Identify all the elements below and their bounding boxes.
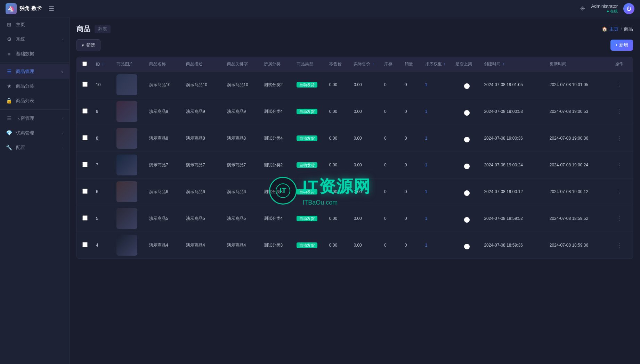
row-price: 0.00 [326,179,351,205]
row-online [453,179,481,205]
sidebar-item-coupon[interactable]: 💎 优惠管理 ‹ [0,126,69,140]
breadcrumb-home-link[interactable]: 主页 [609,26,618,32]
row-online [453,72,481,98]
sidebar-item-product-mgmt[interactable]: ☰ 商品管理 ∨ [0,64,69,79]
row-id: 4 [93,232,114,259]
th-sales: 销量 [402,57,422,72]
chevron-right-icon: ‹ [62,37,64,41]
more-actions-button[interactable]: ⋮ [615,241,623,250]
rank-link[interactable]: 1 [425,189,428,194]
toolbar-left: ▾ 筛选 [76,39,100,51]
logo-text: 独角 数卡 [19,5,42,12]
product-thumbnail [116,181,137,202]
th-name: 商品名称 [146,57,183,72]
row-desc: 演示商品8 [183,125,224,152]
row-keyword: 演示商品4 [224,232,261,259]
product-thumbnail [116,155,137,175]
th-keyword: 商品关键字 [224,57,261,72]
sort-actual-price-icon[interactable]: ↑ [372,62,374,66]
sort-id-icon[interactable]: ↑ [102,63,104,66]
th-actual-price: 实际售价 ↑ [351,57,381,72]
user-status: Administrator ● 在线 [591,3,618,14]
menu-toggle-button[interactable]: ☰ [46,3,57,14]
filter-label: 筛选 [86,42,95,48]
row-category: 测试分类4 [261,98,294,125]
row-sales: 0 [402,179,422,205]
table-header-row: ID ↑ 商品图片 商品名称 商品描述 商品关键字 所属分类 商品类型 零售价 … [77,57,633,72]
power-button[interactable]: ⏻ [623,3,634,14]
sidebar-product-cat-label: 商品分类 [16,83,34,89]
row-checkbox[interactable] [82,82,88,87]
more-actions-button[interactable]: ⋮ [615,188,623,196]
sidebar-item-product-cat[interactable]: ★ 商品分类 [0,79,69,93]
more-actions-button[interactable]: ⋮ [615,161,623,169]
sidebar-item-card-mgmt[interactable]: ☰ 卡密管理 ‹ [0,111,69,126]
chevron-right-icon-2: ‹ [62,116,64,121]
row-online [453,152,481,179]
product-type-tag: 自动发货 [297,242,317,248]
row-created-at: 2024-07-08 19:00:53 [481,98,546,125]
row-checkbox[interactable] [82,215,88,221]
row-created-at: 2024-07-08 19:01:05 [481,72,546,98]
rank-link[interactable]: 1 [425,216,428,221]
row-id: 9 [93,98,114,125]
th-category: 所属分类 [261,57,294,72]
sidebar-item-system[interactable]: ⚙ 系统 ‹ [0,32,69,47]
user-info: Administrator ● 在线 [591,3,618,14]
rank-link[interactable]: 1 [425,136,428,141]
th-checkbox [77,57,93,72]
rank-link[interactable]: 1 [425,82,428,87]
row-stock: 0 [381,98,402,125]
row-checkbox[interactable] [82,108,88,114]
sidebar-item-data[interactable]: ≡ 基础数据 [0,47,69,61]
sidebar-item-home[interactable]: ⊞ 主页 [0,17,69,32]
row-id: 5 [93,205,114,232]
rank-link[interactable]: 1 [425,163,428,167]
header-right: ☀ Administrator ● 在线 ⏻ [580,3,634,14]
more-actions-button[interactable]: ⋮ [615,81,623,89]
row-keyword: 演示商品10 [224,72,261,98]
th-image: 商品图片 [114,57,146,72]
sidebar-coupon-label: 优惠管理 [16,130,34,136]
sort-created-icon[interactable]: ↑ [503,62,504,66]
row-checkbox[interactable] [82,242,88,247]
row-id: 7 [93,152,114,179]
sidebar-divider [0,63,69,63]
table-row: 4 演示商品4 演示商品4 演示商品4 测试分类3 自动发货 0.00 0.00… [77,232,633,259]
rank-link[interactable]: 1 [425,109,428,114]
th-type: 商品类型 [294,57,326,72]
rank-link[interactable]: 1 [425,243,428,248]
product-cat-icon: ★ [6,83,13,89]
row-actual-price: 0.00 [351,98,381,125]
sidebar-item-product-list[interactable]: 🔒 商品列表 [0,93,69,108]
row-actual-price: 0.00 [351,205,381,232]
row-desc: 演示商品4 [183,232,224,259]
filter-button[interactable]: ▾ 筛选 [76,39,100,51]
table-row: 8 演示商品8 演示商品8 演示商品8 测试分类4 自动发货 0.00 0.00… [77,125,633,152]
row-checkbox[interactable] [82,189,88,194]
row-created-at: 2024-07-08 19:00:36 [481,125,546,152]
row-sales: 0 [402,152,422,179]
row-online [453,125,481,152]
chevron-down-icon: ∨ [61,69,64,74]
page-title: 商品 [76,24,90,34]
row-checkbox[interactable] [82,135,88,140]
row-stock: 0 [381,152,402,179]
sidebar-system-label: 系统 [16,36,25,42]
new-btn-label: + 新增 [615,42,628,48]
theme-toggle-icon[interactable]: ☀ [580,5,585,13]
row-checkbox[interactable] [82,162,88,167]
user-online-status: ● 在线 [607,9,618,14]
sidebar-divider-2 [0,109,69,110]
row-name: 演示商品8 [146,125,183,152]
more-actions-button[interactable]: ⋮ [615,107,623,116]
new-product-button[interactable]: + 新增 [610,40,633,51]
more-actions-button[interactable]: ⋮ [615,134,623,143]
sort-rank-icon[interactable]: ↑ [444,62,445,66]
row-updated-at: 2024-07-08 19:00:12 [547,179,612,205]
row-stock: 0 [381,205,402,232]
more-actions-button[interactable]: ⋮ [615,214,623,223]
sidebar-item-config[interactable]: 🔧 配置 ‹ [0,140,69,155]
logo-icon: 🦄 [6,3,17,14]
select-all-checkbox[interactable] [82,61,87,66]
